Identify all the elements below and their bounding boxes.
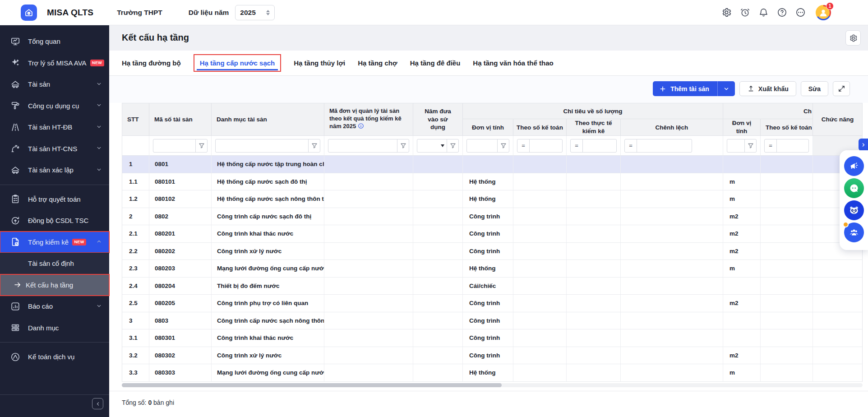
equals-operator[interactable]: = [517, 139, 530, 152]
cell-year [413, 295, 463, 312]
settings-icon[interactable] [720, 7, 732, 19]
filter-unit-input[interactable] [467, 139, 497, 152]
sidebar-item-ho-tro-quyet-toan[interactable]: Hỗ trợ quyết toán [0, 189, 109, 210]
cell-by-book2 [761, 156, 813, 173]
table-row[interactable]: 3 0803 Công trình cấp nước sạch nông thô… [122, 312, 862, 330]
scrollbar-thumb[interactable] [122, 383, 502, 387]
equals-operator[interactable]: = [571, 139, 583, 152]
sidebar-subitem-ket-cau-ha-tang[interactable]: Kết cấu hạ tầng [0, 274, 109, 296]
filter-year-select[interactable] [417, 139, 439, 152]
table-row[interactable]: 2.3 080203 Mạng lưới đường ống cung cấp … [122, 260, 862, 278]
table-row[interactable]: 2 0802 Công trình cấp nước sạch đô thị C… [122, 208, 862, 226]
year-selector[interactable]: 2025 [235, 5, 275, 20]
filter-by-inventory-input[interactable] [583, 139, 616, 152]
sidebar-item-dong-bo-csdl-tsc[interactable]: Đồng bộ CSDL TSC [0, 210, 109, 232]
add-asset-dropdown-button[interactable] [717, 81, 735, 96]
sidebar-item-ke-toan-dich-vu[interactable]: Kế toán dịch vụ [0, 346, 109, 368]
announcements-button[interactable] [844, 156, 864, 176]
support-chat-button[interactable] [844, 178, 864, 198]
cell-stt: 3.1 [122, 329, 149, 347]
col-header-unit-code: Mã đơn vị quản lý tài sản theo kết quả t… [324, 103, 413, 136]
filter-asset-category-input[interactable] [216, 139, 308, 152]
alarm-clock-icon[interactable] [739, 7, 751, 19]
filter-by-book-input[interactable] [530, 139, 562, 152]
table-row[interactable]: 2.2 080202 Công trình xử lý nước Công tr… [122, 243, 862, 260]
funnel-icon[interactable] [497, 139, 509, 152]
edit-button[interactable]: Sửa [801, 81, 828, 96]
equals-operator[interactable]: = [765, 139, 777, 152]
tab-ha-tang-cap-nuoc-sach[interactable]: Hạ tầng cấp nước sạch [194, 54, 282, 72]
app-logo[interactable] [21, 5, 37, 21]
table-row[interactable]: 1.1 080101 Hệ thống cấp nước sạch đô thị… [122, 173, 862, 191]
sidebar-item-bao-cao[interactable]: Báo cáo [0, 296, 109, 317]
cell-by-inventory [567, 156, 621, 173]
community-button[interactable] [844, 222, 864, 242]
spinner-arrows-icon[interactable] [266, 10, 270, 15]
filter-asset-code-input[interactable] [153, 139, 195, 152]
sidebar-item-tai-san-xac-lap[interactable]: Tài sản xác lập [0, 159, 109, 181]
filter-difference-input[interactable] [637, 139, 692, 152]
info-icon[interactable] [358, 123, 364, 131]
sidebar-item-tong-kiem-ke[interactable]: Tổng kiểm kê NEW [0, 232, 109, 253]
sidebar-item-tong-quan[interactable]: Tổng quan [0, 31, 109, 52]
table-row[interactable]: 3.2 080302 Công trình xử lý nước Công tr… [122, 347, 862, 365]
tab-ha-tang-duong-bo[interactable]: Hạ tầng đường bộ [122, 59, 181, 67]
sidebar-item-tai-san-ht-cns[interactable]: Tài sản HT-CNS [0, 138, 109, 160]
equals-operator[interactable]: = [625, 139, 637, 152]
assistant-panda-button[interactable] [844, 200, 864, 220]
more-options-icon[interactable] [794, 7, 806, 19]
sidebar-bottom-divider [0, 394, 109, 395]
topbar-actions: 1 [720, 5, 868, 20]
table-row[interactable]: 2.4 080204 Thiết bị đo đếm nước Cái/chiế… [122, 278, 862, 295]
funnel-icon[interactable] [195, 139, 207, 152]
help-icon[interactable] [776, 7, 788, 19]
user-avatar[interactable]: 1 [816, 5, 831, 20]
sidebar-subitem-tai-san-co-dinh[interactable]: Tài sản cố định [0, 253, 109, 274]
cell-unit2: m2 [723, 208, 761, 225]
table-row[interactable]: 2.1 080201 Công trình khai thác nước Côn… [122, 225, 862, 243]
sidebar-item-cong-cu-dung-cu[interactable]: Công cụ dụng cụ [0, 95, 109, 117]
page-settings-button[interactable] [845, 30, 861, 46]
table-row[interactable]: 3.1 080301 Công trình khai thác nước Côn… [122, 329, 862, 347]
add-asset-split-button: Thêm tài sản [653, 81, 735, 96]
table-row[interactable]: 1.2 080102 Hệ thống cấp nước sạch nông t… [122, 190, 862, 208]
chevron-down-icon [96, 145, 102, 153]
funnel-icon[interactable] [744, 139, 756, 152]
cell-asset-code: 0801 [149, 156, 212, 173]
funnel-icon[interactable] [308, 139, 320, 152]
panel-collapse-tab[interactable] [859, 139, 868, 151]
filter-by-book2-input[interactable] [777, 139, 808, 152]
filter-unit2-input[interactable] [727, 139, 744, 152]
sidebar-item-danh-muc[interactable]: Danh mục [0, 317, 109, 339]
sidebar-item-tro-ly-misa-ava[interactable]: Trợ lý số MISA AVA NEW [0, 52, 109, 74]
tab-ha-tang-van-hoa-the-thao[interactable]: Hạ tầng văn hóa thể thao [473, 59, 553, 67]
sidebar-item-tai-san-ht-db[interactable]: Tài sản HT-ĐB [0, 116, 109, 138]
year-value: 2025 [240, 9, 255, 17]
cell-unit-code [324, 173, 413, 190]
add-asset-button[interactable]: Thêm tài sản [653, 81, 717, 96]
cell-by-book2 [761, 173, 813, 190]
table-row[interactable]: 3.3 080303 Mạng lưới đường ống cung cấp … [122, 364, 862, 382]
cell-asset-category: Hệ thống cấp nước sạch nông thôn tậ... [212, 190, 324, 208]
table-row[interactable]: 1 0801 Hệ thống cấp nước tập trung hoàn … [122, 156, 862, 173]
table-row[interactable]: 2.5 080205 Công trình phụ trợ có liên qu… [122, 295, 862, 312]
megaphone-icon [849, 161, 859, 171]
funnel-icon[interactable] [447, 139, 458, 152]
filter-unit-code-input[interactable] [328, 139, 397, 152]
file-check-icon [10, 236, 21, 247]
filter-unit2 [723, 136, 761, 155]
cell-stt: 3 [122, 312, 149, 329]
tab-ha-tang-thuy-loi[interactable]: Hạ tầng thủy lợi [294, 59, 345, 67]
tab-ha-tang-cho[interactable]: Hạ tầng chợ [358, 59, 397, 67]
fullscreen-button[interactable] [833, 81, 850, 96]
sidebar-item-tai-san[interactable]: Tài sản [0, 74, 109, 95]
cell-unit-code [324, 260, 413, 277]
cell-year [413, 347, 463, 364]
cell-by-inventory [567, 347, 621, 364]
notifications-bell-icon[interactable] [757, 7, 769, 19]
export-button[interactable]: Xuất khẩu [739, 81, 796, 96]
sidebar-collapse-button[interactable] [92, 398, 103, 409]
caret-down-icon[interactable] [439, 144, 447, 147]
tab-ha-tang-de-dieu[interactable]: Hạ tầng đê điều [410, 59, 461, 67]
funnel-icon[interactable] [397, 139, 409, 152]
